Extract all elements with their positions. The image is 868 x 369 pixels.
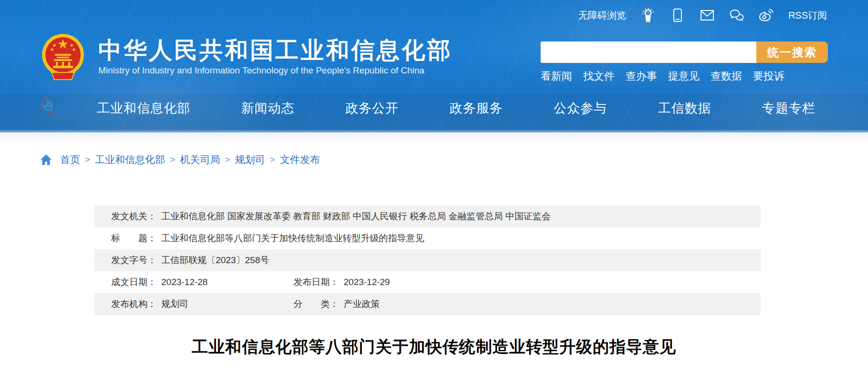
document-meta-table: 发文机关： 工业和信息化部 国家发展改革委 教育部 财政部 中国人民银行 税务总… xyxy=(94,205,761,315)
quick-link-news[interactable]: 看新闻 xyxy=(541,69,572,83)
robot-mascot-icon[interactable] xyxy=(640,8,656,23)
national-emblem-icon xyxy=(41,33,85,80)
breadcrumb-departments[interactable]: 机关司局 xyxy=(180,153,220,166)
nav-items: 工业和信息化部 新闻动态 政务公开 政务服务 公众参与 工信数据 专题专栏 xyxy=(97,100,816,117)
mobile-icon[interactable] xyxy=(670,8,685,23)
meta-value: 工业和信息化部等八部门关于加快传统制造业转型升级的指导意见 xyxy=(161,232,424,245)
breadcrumb-separator: > xyxy=(270,154,275,165)
meta-value: 规划司 xyxy=(161,298,188,310)
nav-item-miit-data[interactable]: 工信数据 xyxy=(658,100,711,117)
meta-row-document-number: 发文字号： 工信部联规〔2023〕258号 xyxy=(94,249,761,271)
quick-links: 看新闻 找文件 查办事 提意见 查数据 要投诉 xyxy=(541,69,828,83)
meta-label: 发布日期： xyxy=(293,276,339,288)
wechat-icon[interactable] xyxy=(729,8,744,23)
meta-label: 标 题： xyxy=(111,232,157,245)
breadcrumb-separator: > xyxy=(170,154,175,165)
meta-row-dates: 成文日期： 2023-12-28 发布日期： 2023-12-29 xyxy=(94,271,761,293)
site-subtitle: Ministry of Industry and Information Tec… xyxy=(98,65,452,76)
nav-item-special-topics[interactable]: 专题专栏 xyxy=(762,100,816,117)
main-nav: 工业和信息化部 新闻动态 政务公开 政务服务 公众参与 工信数据 专题专栏 xyxy=(0,93,868,133)
meta-label: 发文字号： xyxy=(111,254,157,266)
meta-label: 分 类： xyxy=(293,298,339,310)
meta-row-issuing-agency: 发文机关： 工业和信息化部 国家发展改革委 教育部 财政部 中国人民银行 税务总… xyxy=(94,205,761,227)
meta-value: 2023-12-29 xyxy=(344,277,390,287)
breadcrumb-separator: > xyxy=(85,154,90,165)
site-title: 中华人民共和国工业和信息化部 xyxy=(98,38,452,62)
breadcrumb-planning-dept[interactable]: 规划司 xyxy=(235,153,265,166)
quick-link-complaints[interactable]: 要投诉 xyxy=(753,69,784,83)
breadcrumb-document-release[interactable]: 文件发布 xyxy=(280,153,320,166)
meta-label: 发布机构： xyxy=(111,298,157,310)
nav-item-miit[interactable]: 工业和信息化部 xyxy=(97,100,190,117)
rss-link[interactable]: RSS订阅 xyxy=(788,9,827,22)
meta-row-publisher-category: 发布机构： 规划司 分 类： 产业政策 xyxy=(94,293,761,315)
site-brand: 中华人民共和国工业和信息化部 Ministry of Industry and … xyxy=(41,33,452,80)
home-icon xyxy=(40,154,52,165)
meta-row-title: 标 题： 工业和信息化部等八部门关于加快传统制造业转型升级的指导意见 xyxy=(94,227,761,249)
mail-icon[interactable] xyxy=(700,8,715,23)
unified-search-button[interactable]: 统一搜索 xyxy=(756,41,828,63)
nav-item-public-participation[interactable]: 公众参与 xyxy=(554,100,607,117)
miit-webpage: 无障碍浏览 xyxy=(0,0,868,358)
meta-value: 工业和信息化部 国家发展改革委 教育部 财政部 中国人民银行 税务总局 金融监管… xyxy=(161,210,551,223)
nav-item-gov-affairs[interactable]: 政务公开 xyxy=(345,100,399,117)
document-title: 工业和信息化部等八部门关于加快传统制造业转型升级的指导意见 xyxy=(0,336,868,358)
quick-link-data[interactable]: 查数据 xyxy=(711,69,742,83)
quick-link-suggestions[interactable]: 提意见 xyxy=(668,69,700,83)
breadcrumb: 首页 > 工业和信息化部 > 机关司局 > 规划司 > 文件发布 xyxy=(40,153,868,166)
search-input[interactable] xyxy=(541,41,756,63)
header-shadow xyxy=(0,133,868,143)
breadcrumb-home[interactable]: 首页 xyxy=(60,153,80,166)
meta-label: 发文机关： xyxy=(111,210,157,223)
accessibility-link[interactable]: 无障碍浏览 xyxy=(578,9,626,22)
search-bar: 统一搜索 xyxy=(541,41,828,63)
nav-item-gov-services[interactable]: 政务服务 xyxy=(450,100,503,117)
utility-bar: 无障碍浏览 xyxy=(578,8,827,23)
weibo-icon[interactable] xyxy=(759,8,774,23)
meta-value: 2023-12-28 xyxy=(161,277,208,287)
meta-value: 工信部联规〔2023〕258号 xyxy=(161,254,269,266)
breadcrumb-miit[interactable]: 工业和信息化部 xyxy=(95,153,165,166)
search-area: 统一搜索 看新闻 找文件 查办事 提意见 查数据 要投诉 xyxy=(541,41,828,83)
site-header: 无障碍浏览 xyxy=(0,0,868,133)
quick-link-services[interactable]: 查办事 xyxy=(626,69,657,83)
nav-item-news[interactable]: 新闻动态 xyxy=(241,100,294,117)
meta-value: 产业政策 xyxy=(344,298,380,310)
breadcrumb-separator: > xyxy=(225,154,230,165)
meta-label: 成文日期： xyxy=(111,276,157,288)
quick-link-files[interactable]: 找文件 xyxy=(583,69,615,83)
